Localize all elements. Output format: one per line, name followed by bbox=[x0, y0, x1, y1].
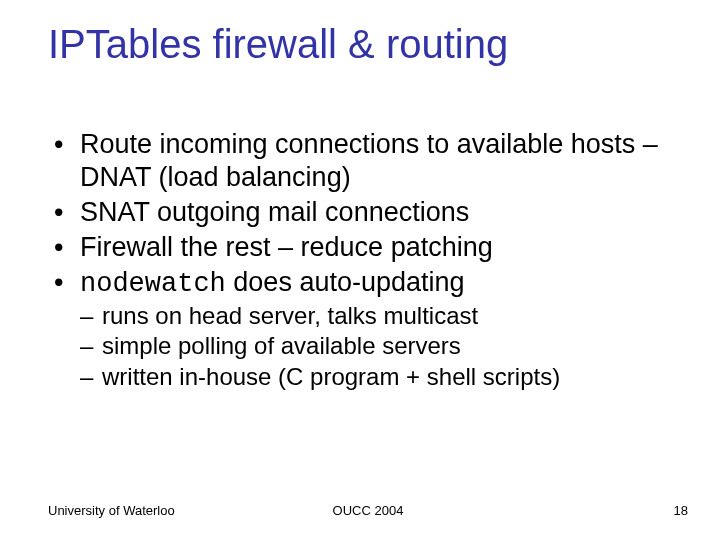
sub-bullet-list: runs on head server, talks multicast sim… bbox=[80, 301, 672, 393]
footer-center: OUCC 2004 bbox=[48, 503, 688, 518]
bullet-item: Firewall the rest – reduce patching bbox=[48, 231, 672, 264]
footer-page-number: 18 bbox=[674, 503, 688, 518]
sub-bullet-item: written in-house (C program + shell scri… bbox=[80, 362, 672, 393]
slide: IPTables firewall & routing Route incomi… bbox=[0, 0, 720, 540]
sub-bullet-item: simple polling of available servers bbox=[80, 331, 672, 362]
bullet-item: SNAT outgoing mail connections bbox=[48, 196, 672, 229]
bullet-list: Route incoming connections to available … bbox=[48, 128, 672, 393]
code-text: nodewatch bbox=[80, 269, 226, 299]
slide-body: Route incoming connections to available … bbox=[48, 128, 672, 395]
sub-bullet-item: runs on head server, talks multicast bbox=[80, 301, 672, 332]
bullet-item: Route incoming connections to available … bbox=[48, 128, 672, 194]
bullet-item: nodewatch does auto-updating runs on hea… bbox=[48, 266, 672, 393]
slide-title: IPTables firewall & routing bbox=[48, 22, 508, 67]
bullet-text: does auto-updating bbox=[226, 267, 465, 297]
